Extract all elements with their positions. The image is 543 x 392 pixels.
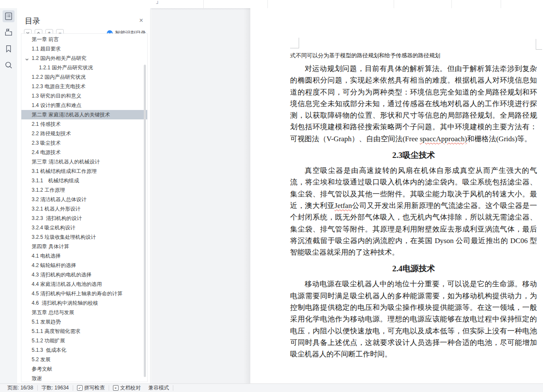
toc-item[interactable]: 3.2.5 垃圾收集处理机构设计 bbox=[21, 232, 147, 242]
proofread-label: 文档校对 bbox=[120, 384, 141, 392]
statusbar-divider bbox=[173, 385, 173, 391]
toc-item-label: 3.2.4 吸尘机构设计 bbox=[32, 225, 75, 231]
toc-item[interactable]: 3.2 清洁机器人总体设计 bbox=[21, 195, 147, 204]
toc-item[interactable]: 3.1.2 工作原理 bbox=[21, 185, 147, 195]
toc-item-label: 致谢 bbox=[32, 375, 42, 381]
margin-corner-mark bbox=[536, 49, 542, 50]
toc-item[interactable]: 5.1 发展趋势 bbox=[21, 317, 147, 327]
toc-item-label: 4.1 电机选择 bbox=[32, 253, 61, 259]
toc-item[interactable]: 参考文献 bbox=[21, 364, 147, 374]
toc-item-label: 1.4 设计的重点和难点 bbox=[32, 102, 81, 108]
toc-item-label: 3.1.2 工作原理 bbox=[32, 187, 65, 193]
toc-item-label: 参考文献 bbox=[32, 366, 52, 372]
toc-item[interactable]: 1.3 研究的目的和意义 bbox=[21, 91, 147, 101]
toolbar-divider bbox=[451, 0, 452, 8]
toc-item-label: 1.2.3 电源自主充电技术 bbox=[32, 83, 86, 89]
margin-corner-mark bbox=[290, 48, 299, 48]
outline-pane-icon[interactable] bbox=[3, 10, 15, 22]
toc-item-label: 3.2.3 清扫机构的设计 bbox=[32, 215, 82, 221]
toc-item-label: 1.3 研究的目的和意义 bbox=[32, 93, 81, 99]
proofread-toggle[interactable]: × 文档校对 bbox=[109, 385, 145, 391]
toc-scrollbar-thumb[interactable] bbox=[144, 65, 146, 377]
toc-item-label: 2.2 路径规划技术 bbox=[32, 131, 71, 137]
toc-item-label: 第二章 家庭清洁机器人的关键技术 bbox=[32, 112, 110, 118]
toc-item-label: 第三章 清洁机器人的机械设计 bbox=[32, 159, 100, 165]
toc-item-label: 2.4 电源技术 bbox=[32, 149, 61, 155]
toc-panel-title: 目录 bbox=[25, 16, 40, 26]
toc-item-label: 5.1.3 低成本化 bbox=[32, 347, 66, 353]
toc-item[interactable]: 1.4 设计的重点和难点 bbox=[21, 101, 147, 110]
toc-item[interactable]: 4.1 电机选择 bbox=[21, 251, 147, 261]
toc-item[interactable]: 致谢 bbox=[21, 374, 147, 382]
toc-item[interactable]: 3.2.3 清扫机构的设计 bbox=[21, 214, 147, 223]
toc-item-label: 2.3 吸尘技术 bbox=[32, 140, 61, 146]
search-pane-icon[interactable] bbox=[3, 59, 15, 71]
toc-item[interactable]: 1.2.3 电源自主充电技术 bbox=[21, 82, 147, 91]
chevron-down-icon[interactable] bbox=[25, 55, 30, 61]
toc-item[interactable]: 5.2 发展 bbox=[21, 355, 147, 364]
toc-item[interactable]: 3.2.1 机器人外形设计 bbox=[21, 204, 147, 214]
document-content: 式不同可以分为基于模型的路径规划和给予传感器的路径规划 对运动规划问题，目前有具… bbox=[290, 50, 537, 360]
toc-item[interactable]: 第五章 总结与发展 bbox=[21, 308, 147, 317]
margin-corner-mark bbox=[536, 39, 536, 50]
toc-item-label: 3.1.1 机械结构组成 bbox=[32, 178, 79, 184]
toc-item[interactable]: 第四章 具体计算 bbox=[21, 242, 147, 251]
close-icon[interactable]: × bbox=[137, 17, 145, 24]
toc-item[interactable]: 1.2.1 国外产品研究状况 bbox=[21, 63, 147, 72]
compat-mode-badge[interactable]: 兼容模式 bbox=[145, 385, 173, 391]
toc-item[interactable]: 第三章 清洁机器人的机械设计 bbox=[21, 157, 147, 166]
toc-item-label: 4.2 蜗轮蜗杆的选择 bbox=[32, 262, 76, 268]
toc-item[interactable]: 5.1.2 功能扩展 bbox=[21, 336, 147, 345]
misspelled-word: spaccApproach) bbox=[420, 135, 467, 143]
toc-item-label: 第一章 前言 bbox=[32, 36, 59, 42]
sidebar-rail bbox=[0, 8, 17, 383]
toc-item[interactable]: 4.4 家庭清洁机器人电池的选用 bbox=[21, 279, 147, 289]
toc-item-label: 第五章 总结与发展 bbox=[32, 309, 74, 315]
toc-item-label: 1.2.1 国外产品研究状况 bbox=[39, 65, 93, 71]
toc-item[interactable]: 4.6 清扫机构中涡轮轴的校核 bbox=[21, 298, 147, 308]
section-heading: 2.3吸尘技术 bbox=[290, 150, 537, 161]
toc-item[interactable]: 1.2 国内外相关产品研究 bbox=[21, 53, 147, 63]
document-workspace: 式不同可以分为基于模型的路径规划和给予传感器的路径规划 对运动规划问题，目前有具… bbox=[151, 8, 543, 383]
toc-item[interactable]: 2.1 传感技术 bbox=[21, 119, 147, 129]
misspelled-word: Jetfan bbox=[335, 202, 352, 210]
bookmark-pane-icon[interactable] bbox=[3, 43, 15, 55]
toc-item[interactable]: 3.2.4 吸尘机构设计 bbox=[21, 223, 147, 232]
page-edge-shadow bbox=[243, 8, 250, 383]
toc-list: 第一章 前言 1.1 题目要求 1.2 国内外相关产品研究 1.2.1 国外 bbox=[21, 33, 148, 382]
toc-item[interactable]: 3.1.1 机械结构组成 bbox=[21, 176, 147, 185]
toc-item[interactable]: 1.1 题目要求 bbox=[21, 44, 147, 53]
toc-item-label: 2.1 传感技术 bbox=[32, 121, 61, 127]
toc-item[interactable]: 4.3 清扫机构的电机的选择 bbox=[21, 270, 147, 279]
toc-item[interactable]: 2.3 吸尘技术 bbox=[21, 138, 147, 148]
toc-item-label: 5.1.1 高度智能化需求 bbox=[32, 328, 80, 334]
chapter-pane-icon[interactable] bbox=[3, 27, 15, 39]
toc-item[interactable]: 第一章 前言 bbox=[21, 35, 147, 44]
paragraph: 真空吸尘器是由高速旋转的风扇在机体自形成真空从而产生强大的气流，将尘埃和垃圾通过… bbox=[290, 165, 537, 258]
toc-item-label: 3.2.1 机器人外形设计 bbox=[32, 206, 80, 212]
toc-item[interactable]: 4.5 清扫机构中蜗杆上轴承的寿命的计算 bbox=[21, 289, 147, 298]
toc-item[interactable]: 3.1 机械结构组成和工作原理 bbox=[21, 166, 147, 176]
toc-item[interactable]: 第二章 家庭清洁机器人的关键技术 bbox=[21, 110, 147, 119]
toolbar-fragment-icon: ┘ bbox=[156, 1, 160, 6]
toolbar-divider bbox=[203, 0, 204, 8]
toc-item-label: 5.2 发展 bbox=[32, 356, 50, 362]
toc-item[interactable]: 1.2.2 国内产品研究状况 bbox=[21, 72, 147, 82]
toc-item[interactable]: 4.2 蜗轮蜗杆的选择 bbox=[21, 261, 147, 270]
toc-item-label: 1.2.2 国内产品研究状况 bbox=[32, 74, 86, 80]
paragraph: 对运动规划问题，目前有具体的解析算法。但由于解析算法牵涉到复杂的椭圆积分问题，实… bbox=[290, 63, 537, 145]
toc-item-label: 第四章 具体计算 bbox=[32, 244, 69, 249]
toc-item[interactable]: 2.4 电源技术 bbox=[21, 148, 147, 157]
toc-item-label: 5.1 发展趋势 bbox=[32, 319, 61, 325]
toc-item[interactable]: 5.1.1 高度智能化需求 bbox=[21, 327, 147, 336]
paragraph: 移动电源在吸尘机器人中的地位十分重要，可以说是它的生命源。移动电源需要同时满足吸… bbox=[290, 278, 537, 360]
toc-item-label: 3.1 机械结构组成和工作原理 bbox=[32, 168, 97, 174]
spell-check-label: 拼写检查 bbox=[84, 384, 105, 392]
section-heading: 2.4电源技术 bbox=[290, 263, 537, 274]
document-page[interactable]: 式不同可以分为基于模型的路径规划和给予传感器的路径规划 对运动规划问题，目前有具… bbox=[250, 8, 543, 383]
toc-item[interactable]: 2.2 路径规划技术 bbox=[21, 129, 147, 138]
page-indicator: 页面: 16/38 bbox=[3, 385, 37, 391]
spell-check-toggle[interactable]: ✓ 拼写检查 bbox=[73, 385, 109, 391]
toolbar-divider bbox=[394, 0, 394, 8]
toc-item[interactable]: 5.1.3 低成本化 bbox=[21, 345, 147, 355]
